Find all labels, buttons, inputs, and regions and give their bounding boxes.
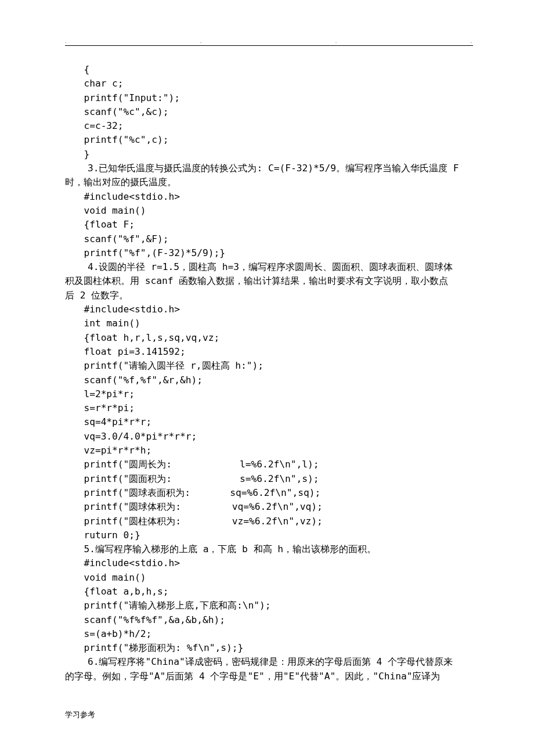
code-line: {float a,b,h,s; (65, 585, 473, 599)
code-line: #include<stdio.h> (65, 556, 473, 570)
code-line: printf("圆柱体积为: vz=%6.2f\n",vz); (65, 514, 473, 528)
header-dot: . (335, 39, 338, 45)
problem-6-title-cont: 的字母。例如，字母"A"后面第 4 个字母是"E"，用"E"代替"A"。因此，"… (65, 669, 473, 683)
problem-3-title-cont: 时，输出对应的摄氏温度。 (65, 175, 473, 189)
code-line: printf("圆球表面积为: sq=%6.2f\n",sq); (65, 486, 473, 500)
code-line: char c; (65, 77, 473, 91)
code-line: printf("圆周长为: l=%6.2f\n",l); (65, 458, 473, 471)
problem-4-title-cont: 积及圆柱体积。用 scanf 函数输入数据，输出计算结果，输出时要求有文字说明，… (65, 274, 473, 288)
code-line: printf("圆球体积为: vq=%6.2f\n",vq); (65, 500, 473, 514)
code-line: scanf("%f",&F); (65, 232, 473, 246)
code-line: printf("请输入圆半径 r,圆柱高 h:"); (65, 359, 473, 373)
problem-4-title: 4.设圆的半径 r=1.5，圆柱高 h=3，编写程序求圆周长、圆面积、圆球表面积… (65, 260, 473, 274)
problem-5-title: 5.编写程序输入梯形的上底 a，下底 b 和高 h，输出该梯形的面积。 (65, 542, 473, 556)
code-line: } (65, 147, 473, 161)
code-line: void main() (65, 204, 473, 218)
code-line: s=(a+b)*h/2; (65, 627, 473, 641)
code-line: c=c-32; (65, 119, 473, 133)
code-line: #include<stdio.h> (65, 190, 473, 204)
code-line: #include<stdio.h> (65, 303, 473, 316)
code-line: printf("圆面积为: s=%6.2f\n",s); (65, 472, 473, 486)
header-dot: . (65, 39, 67, 45)
problem-6-title: 6.编写程序将"China"译成密码，密码规律是：用原来的字母后面第 4 个字母… (65, 655, 473, 669)
problem-3-title: 3.已知华氏温度与摄氏温度的转换公式为: C=(F-32)*5/9。编写程序当输… (65, 161, 473, 175)
code-line: vq=3.0/4.0*pi*r*r*r; (65, 430, 473, 444)
code-line: scanf("%f%f%f",&a,&b,&h); (65, 613, 473, 627)
document-body: { char c; printf("Input:"); scanf("%c",&… (65, 63, 473, 683)
code-line: { (65, 63, 473, 77)
code-line: int main() (65, 316, 473, 330)
code-line: printf("%c",c); (65, 133, 473, 147)
problem-4-title-cont2: 后 2 位数字。 (65, 289, 473, 303)
header-dot: . (200, 39, 203, 45)
code-line: printf("%f",(F-32)*5/9);} (65, 246, 473, 260)
code-line: printf("请输入梯形上底,下底和高:\n"); (65, 599, 473, 613)
code-line: l=2*pi*r; (65, 387, 473, 401)
code-line: ruturn 0;} (65, 528, 473, 542)
code-line: void main() (65, 571, 473, 585)
footer-text: 学习参考 (65, 710, 95, 720)
code-line: {float h,r,l,s,sq,vq,vz; (65, 331, 473, 345)
code-line: s=r*r*pi; (65, 401, 473, 415)
code-line: printf("Input:"); (65, 91, 473, 105)
code-line: {float F; (65, 218, 473, 232)
code-line: scanf("%f,%f",&r,&h); (65, 373, 473, 387)
code-line: printf("梯形面积为: %f\n",s);} (65, 641, 473, 655)
header-dot: . (471, 39, 473, 45)
code-line: float pi=3.141592; (65, 345, 473, 359)
header-rule: . . . . (65, 39, 473, 46)
code-line: sq=4*pi*r*r; (65, 415, 473, 429)
code-line: vz=pi*r*r*h; (65, 444, 473, 458)
document-page: . . . . { char c; printf("Input:"); scan… (0, 0, 534, 756)
code-line: scanf("%c",&c); (65, 105, 473, 119)
